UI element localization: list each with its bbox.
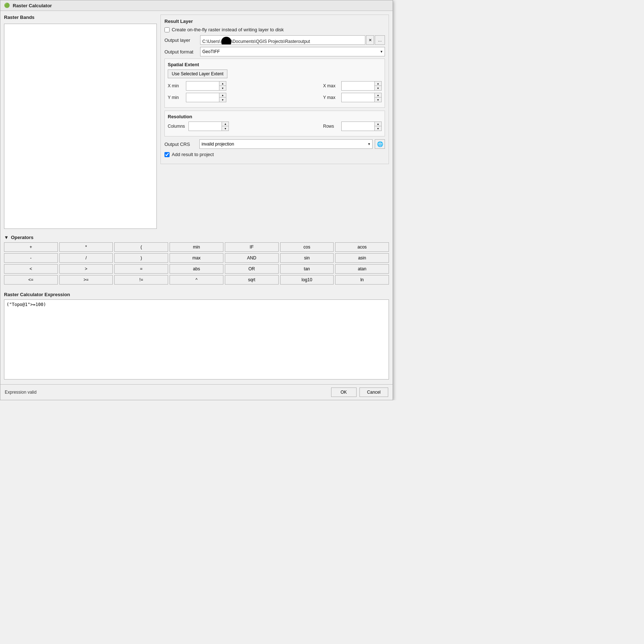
operators-header[interactable]: ▼ Operators <box>4 232 389 242</box>
op-log10[interactable]: log10 <box>280 275 334 285</box>
op-if[interactable]: IF <box>225 242 279 252</box>
columns-down-arrow[interactable]: ▼ <box>222 126 228 131</box>
op-minus[interactable]: - <box>4 253 58 263</box>
op-max[interactable]: max <box>170 253 223 263</box>
add-result-row: Add result to project <box>164 152 385 157</box>
op-tan[interactable]: tan <box>280 264 334 274</box>
op-equal[interactable]: = <box>114 264 168 274</box>
output-crs-label: Output CRS <box>164 142 197 147</box>
bottom-buttons: OK Cancel <box>331 387 388 397</box>
xmax-arrows: ▲ ▼ <box>374 82 381 90</box>
operators-section: ▼ Operators + * ( min IF cos acos - / ) … <box>0 232 393 292</box>
raster-calculator-window: 🟢 Raster Calculator Raster Bands Result … <box>0 0 393 400</box>
columns-arrows: ▲ ▼ <box>222 122 228 131</box>
clear-output-button[interactable]: ✕ <box>366 35 374 45</box>
xmin-input[interactable]: 0.00000 <box>186 82 219 90</box>
ymax-input[interactable]: 0.00000 <box>342 93 374 102</box>
xmin-spinbox: 0.00000 ▲ ▼ <box>186 81 226 91</box>
op-geq[interactable]: >= <box>59 275 113 285</box>
xmin-arrows: ▲ ▼ <box>219 82 226 90</box>
use-selected-layer-extent-button[interactable]: Use Selected Layer Extent <box>168 69 227 78</box>
title-bar: 🟢 Raster Calculator <box>0 0 393 11</box>
output-layer-row: Output layer C:\Users\\Documents\QGIS Pr… <box>164 35 385 45</box>
browse-output-button[interactable]: … <box>375 35 385 45</box>
operators-title: Operators <box>11 235 33 240</box>
output-format-row: Output format GeoTIFF <box>164 47 385 56</box>
app-icon: 🟢 <box>4 3 10 8</box>
output-crs-select[interactable]: invalid projection <box>199 139 373 149</box>
output-path-display: C:\Users\\Documents\QGIS Projects\Raster… <box>200 35 365 45</box>
xmin-label: X min <box>168 83 182 88</box>
rows-spinbox: 0 ▲ ▼ <box>341 122 382 131</box>
result-layer-title: Result Layer <box>164 19 385 24</box>
op-neq[interactable]: != <box>114 275 168 285</box>
ymin-arrows: ▲ ▼ <box>219 93 226 102</box>
ymax-down-arrow[interactable]: ▼ <box>375 98 381 102</box>
cancel-button[interactable]: Cancel <box>359 387 388 397</box>
output-crs-row: Output CRS invalid projection 🌐 <box>164 139 385 149</box>
ymin-label: Y min <box>168 95 182 100</box>
columns-spinbox: 0 ▲ ▼ <box>188 122 229 131</box>
op-or[interactable]: OR <box>225 264 279 274</box>
op-divide[interactable]: / <box>59 253 113 263</box>
expression-title: Raster Calculator Expression <box>4 292 389 297</box>
ok-button[interactable]: OK <box>331 387 357 397</box>
y-coord-row: Y min 0.00000 ▲ ▼ Y max 0.00000 <box>168 93 382 102</box>
op-atan[interactable]: atan <box>335 264 389 274</box>
op-caret[interactable]: ^ <box>170 275 223 285</box>
result-layer-section: Result Layer Create on-the-fly raster in… <box>160 15 389 164</box>
output-format-select[interactable]: GeoTIFF <box>200 47 385 56</box>
xmin-up-arrow[interactable]: ▲ <box>219 82 226 86</box>
op-abs[interactable]: abs <box>170 264 223 274</box>
expression-section: Raster Calculator Expression ("Topo@1">=… <box>0 292 393 384</box>
crs-globe-button[interactable]: 🌐 <box>375 139 385 149</box>
ymin-input[interactable]: 0.00000 <box>186 93 219 102</box>
output-format-select-wrapper: GeoTIFF <box>200 47 385 56</box>
ymax-label: Y max <box>323 95 338 100</box>
xmax-label: X max <box>323 83 338 88</box>
resolution-row: Columns 0 ▲ ▼ Rows 0 <box>168 122 382 131</box>
create-on-the-fly-checkbox[interactable] <box>164 27 170 32</box>
op-cos[interactable]: cos <box>280 242 334 252</box>
rows-down-arrow[interactable]: ▼ <box>375 126 381 131</box>
main-content: Raster Bands Result Layer Create on-the-… <box>0 11 393 232</box>
raster-bands-title: Raster Bands <box>4 15 157 20</box>
expression-textarea[interactable]: ("Topo@1">=100) <box>4 299 389 379</box>
raster-bands-list <box>4 24 157 229</box>
columns-up-arrow[interactable]: ▲ <box>222 122 228 126</box>
op-sqrt[interactable]: sqrt <box>225 275 279 285</box>
ymax-spinbox: 0.00000 ▲ ▼ <box>341 93 382 102</box>
op-min[interactable]: min <box>170 242 223 252</box>
xmax-up-arrow[interactable]: ▲ <box>375 82 381 86</box>
rows-up-arrow[interactable]: ▲ <box>375 122 381 126</box>
op-greater[interactable]: > <box>59 264 113 274</box>
op-ln[interactable]: ln <box>335 275 389 285</box>
add-result-checkbox[interactable] <box>164 152 170 157</box>
xmax-down-arrow[interactable]: ▼ <box>375 86 381 90</box>
ymax-arrows: ▲ ▼ <box>374 93 381 102</box>
ymin-down-arrow[interactable]: ▼ <box>219 98 226 102</box>
op-open-paren[interactable]: ( <box>114 242 168 252</box>
resolution-title: Resolution <box>168 114 382 119</box>
ymin-up-arrow[interactable]: ▲ <box>219 93 226 98</box>
rows-input[interactable]: 0 <box>342 122 374 131</box>
op-multiply[interactable]: * <box>59 242 113 252</box>
resolution-box: Resolution Columns 0 ▲ ▼ Rows <box>164 111 385 136</box>
xmax-input[interactable]: 0.00000 <box>342 82 374 90</box>
op-less[interactable]: < <box>4 264 58 274</box>
op-sin[interactable]: sin <box>280 253 334 263</box>
op-plus[interactable]: + <box>4 242 58 252</box>
output-layer-label: Output layer <box>164 37 197 43</box>
xmin-down-arrow[interactable]: ▼ <box>219 86 226 90</box>
add-result-label: Add result to project <box>172 152 214 157</box>
op-asin[interactable]: asin <box>335 253 389 263</box>
ymax-up-arrow[interactable]: ▲ <box>375 93 381 98</box>
columns-label: Columns <box>168 124 185 129</box>
op-leq[interactable]: <= <box>4 275 58 285</box>
columns-input[interactable]: 0 <box>189 122 222 131</box>
x-coord-row: X min 0.00000 ▲ ▼ X max 0.00000 <box>168 81 382 91</box>
op-close-paren[interactable]: ) <box>114 253 168 263</box>
create-on-the-fly-label: Create on-the-fly raster instead of writ… <box>172 27 284 32</box>
op-and[interactable]: AND <box>225 253 279 263</box>
op-acos[interactable]: acos <box>335 242 389 252</box>
